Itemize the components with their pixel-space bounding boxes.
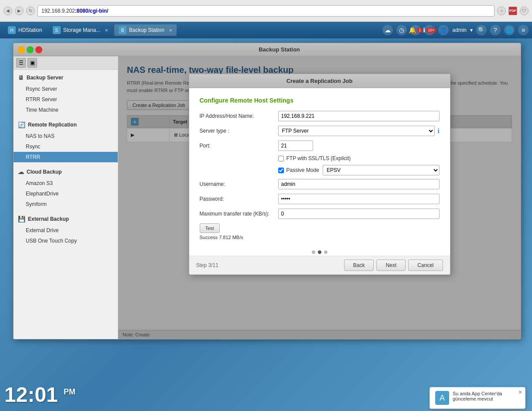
window-controls [18,46,42,53]
sidebar-cloud-backup-label: Cloud Backup [27,169,62,175]
dialog-titlebar: Create a Replication Job [189,74,450,88]
dialog: Create a Replication Job Configure Remot… [189,74,450,275]
user-dropdown-icon[interactable]: ▾ [470,27,473,33]
sidebar-section-backup-server: 🖥 Backup Server Rsync Server RTRR Server… [14,70,118,117]
time-value: 12:01 [4,383,58,406]
dot-3 [324,250,327,254]
password-label: Password: [200,196,278,202]
port-label: Port: [200,143,278,149]
time-display: 12:01 PM [4,383,75,407]
pagination-dots [189,249,450,256]
sidebar-toolbar: ☰ ▣ [14,56,118,70]
cancel-btn[interactable]: Cancel [408,260,443,271]
minimize-btn[interactable] [18,46,25,53]
badge1: 1 [417,27,423,33]
username-input[interactable] [278,179,440,189]
port-input[interactable] [278,140,313,151]
dot-1 [312,250,315,254]
taskbar-hdstation[interactable]: H HDStation [3,24,47,36]
max-transfer-label: Maximum transfer rate (KB/s): [200,211,278,217]
back-btn[interactable]: ◀ [3,7,12,15]
search-icon[interactable]: 🔍 [476,25,487,35]
storage-close-icon[interactable]: ✕ [105,28,108,33]
ftp-ssl-row: FTP with SSL/TLS (Explicit) [278,155,440,161]
sidebar-item-elephant-drive[interactable]: ElephantDrive [14,188,118,199]
sidebar-item-rtrr-server[interactable]: RTRR Server [14,94,118,105]
ip-input[interactable] [278,111,440,121]
taskbar-backup[interactable]: B Backup Station ✕ [114,24,177,36]
username-label: Username: [200,181,278,187]
star-btn[interactable]: ☆ [497,7,506,15]
sidebar-section-cloud-backup: ☁ Cloud Backup Amazon S3 ElephantDrive S… [14,164,118,211]
close-btn[interactable] [35,46,42,53]
sidebar-header-external-backup[interactable]: 💾 External Backup [14,213,118,225]
backup-close-icon[interactable]: ✕ [169,28,172,33]
test-btn[interactable]: Test [200,223,220,233]
maximize-btn[interactable] [27,46,34,53]
url-bar[interactable]: 192.168.9.202 :8080/cgi-bin/ [38,5,494,17]
notification-popup: ✕ A Su anda App Center'da günceleme mevc… [430,387,525,409]
password-input[interactable] [278,194,440,204]
sidebar-panel-btn[interactable]: ▣ [27,58,37,68]
dialog-nav-btns: Back Next Cancel [344,260,443,271]
sidebar-item-nas-to-nas[interactable]: NAS to NAS [14,131,118,141]
taskbar-storage[interactable]: S Storage Mana... ✕ [48,24,113,36]
sidebar-section-remote-replication: 🔄 Remote Replication NAS to NAS Rsync RT… [14,117,118,164]
dialog-body: Configure Remote Host Settings IP Addres… [189,88,450,249]
passive-mode-row: Passive Mode EPSV PASV [278,165,440,175]
dialog-section-title: Configure Remote Host Settings [200,97,440,104]
sidebar-external-backup-label: External Backup [28,216,69,222]
desktop: Backup Station ☰ ▣ 🖥 Backup Server Rsync… [0,38,532,411]
ip-row: IP Address/Host Name: [200,111,440,121]
server-type-label: Server type : [200,128,278,134]
passive-mode-checkbox[interactable] [278,168,284,173]
sidebar-menu-btn[interactable]: ☰ [16,58,26,68]
server-type-select[interactable]: FTP Server RTRR Server [278,126,435,136]
next-btn[interactable]: Next [376,260,406,271]
port-row: Port: [200,140,440,151]
refresh-btn[interactable]: ↻ [26,7,35,15]
globe-icon[interactable]: 🌐 [504,25,515,35]
sidebar-backup-server-label: Backup Server [27,75,63,81]
cloud-icon[interactable]: ☁ [382,25,393,35]
badge2: 10+ [426,27,436,33]
url-prefix: 192.168.9.202 [41,8,75,14]
dialog-overlay: Create a Replication Job Configure Remot… [118,56,521,339]
user-icon[interactable]: 👤 [438,25,449,35]
app-title: Backup Station [42,46,516,53]
menu-icon[interactable]: ≡ [518,25,529,35]
sidebar-item-rtrr[interactable]: RTRR [14,152,118,162]
ip-label: IP Address/Host Name: [200,113,278,119]
sidebar-header-backup-server[interactable]: 🖥 Backup Server [14,72,118,84]
max-transfer-input[interactable] [278,209,440,219]
sidebar-item-symform[interactable]: Symform [14,199,118,209]
back-btn[interactable]: Back [344,260,374,271]
shield-btn[interactable]: 🛡 [520,7,529,15]
sidebar-item-rsync-server[interactable]: Rsync Server [14,84,118,94]
help-info-icon[interactable]: ℹ [437,127,440,134]
sidebar-header-remote-replication[interactable]: 🔄 Remote Replication [14,119,118,131]
test-result: Success 7.812 MB/s [200,235,440,240]
sidebar-item-external-drive[interactable]: External Drive [14,225,118,236]
pdf-btn[interactable]: PDF [508,7,517,15]
forward-btn[interactable]: ▶ [15,7,24,15]
notification-icon[interactable]: 🔔1 [410,25,421,35]
sidebar-item-usb-one-touch[interactable]: USB One Touch Copy [14,236,118,246]
user-label: admin [452,27,467,33]
sidebar: ☰ ▣ 🖥 Backup Server Rsync Server RTRR Se… [14,56,118,339]
sidebar-item-amazon-s3[interactable]: Amazon S3 [14,178,118,188]
passive-mode-select[interactable]: EPSV PASV [323,165,440,175]
history-icon[interactable]: ◷ [396,25,407,35]
notif-app-icon: A [435,391,449,405]
app-body: ☰ ▣ 🖥 Backup Server Rsync Server RTRR Se… [14,56,521,339]
notif-close-icon[interactable]: ✕ [518,389,522,395]
sidebar-item-rsync[interactable]: Rsync [14,141,118,152]
help-icon[interactable]: ? [490,25,501,35]
app-window: Backup Station ☰ ▣ 🖥 Backup Server Rsync… [13,43,521,339]
info-icon[interactable]: ℹ10+ [424,25,435,35]
sidebar-item-time-machine[interactable]: Time Machine [14,105,118,115]
hdstation-icon: H [8,26,16,34]
sidebar-header-cloud-backup[interactable]: ☁ Cloud Backup [14,166,118,178]
browser-bar: ◀ ▶ ↻ 192.168.9.202 :8080/cgi-bin/ ☆ PDF… [0,0,532,22]
ftp-ssl-checkbox[interactable] [278,156,284,161]
